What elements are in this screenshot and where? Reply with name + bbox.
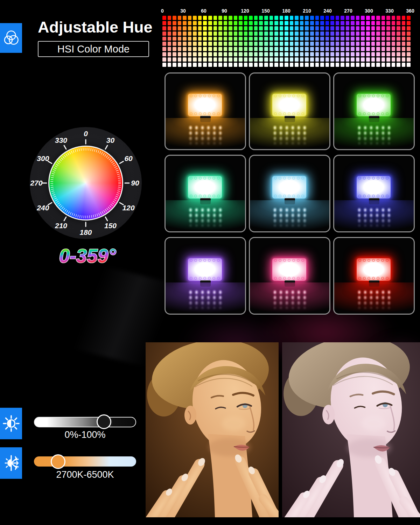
hue-swatch xyxy=(320,63,324,67)
hue-swatch xyxy=(244,47,248,51)
light-refl-red xyxy=(356,289,392,311)
hue-swatch xyxy=(162,26,166,30)
brightness-slider-track[interactable] xyxy=(34,417,136,427)
hue-swatch xyxy=(234,47,238,51)
hue-swatch xyxy=(178,21,182,25)
hue-swatch xyxy=(295,63,299,67)
hue-strip-label: 90 xyxy=(222,8,227,14)
hue-swatch xyxy=(234,31,238,36)
hue-swatch xyxy=(274,57,278,62)
hue-swatch xyxy=(402,63,406,67)
hue-swatch xyxy=(382,47,385,51)
hue-swatch xyxy=(239,16,243,20)
hue-swatch xyxy=(218,37,222,41)
light-panel-green xyxy=(357,94,391,116)
hue-swatch xyxy=(351,57,355,62)
hue-swatch xyxy=(300,57,304,62)
hue-swatch xyxy=(218,16,222,20)
hue-swatch xyxy=(361,47,365,51)
hue-swatch xyxy=(198,52,202,56)
hue-swatch xyxy=(193,16,197,20)
hue-swatch xyxy=(249,42,253,46)
hue-swatch xyxy=(229,57,232,62)
wheel-degree-label: 0 xyxy=(84,130,88,138)
hue-swatch xyxy=(320,16,324,20)
hue-swatch xyxy=(330,37,334,41)
hue-swatch xyxy=(162,31,166,36)
hue-swatch xyxy=(280,37,284,41)
hue-swatch xyxy=(392,37,396,41)
hue-swatch xyxy=(254,42,258,46)
svg-text:0-359°: 0-359° xyxy=(59,245,117,267)
hue-swatch xyxy=(193,63,197,67)
temperature-slider-knob[interactable] xyxy=(51,454,65,469)
hue-swatch xyxy=(397,21,400,25)
hue-swatch xyxy=(178,47,182,51)
hue-swatch xyxy=(326,63,329,67)
hue-swatch xyxy=(320,31,324,36)
sun-contrast-icon xyxy=(2,414,20,433)
color-mode-icon-tile xyxy=(0,23,22,53)
hue-swatch xyxy=(356,52,360,56)
hue-swatch xyxy=(326,21,329,25)
hue-swatch xyxy=(188,63,192,67)
hue-swatch xyxy=(351,16,355,20)
hue-swatch xyxy=(376,26,380,30)
hue-swatch xyxy=(315,52,319,56)
hue-swatch xyxy=(407,63,411,67)
hue-swatch xyxy=(183,37,187,41)
hue-swatch xyxy=(274,31,278,36)
hue-swatch xyxy=(188,47,192,51)
hue-swatch xyxy=(305,21,309,25)
hue-swatch xyxy=(361,26,365,30)
light-refl-magenta xyxy=(272,289,308,311)
hue-swatch xyxy=(249,52,253,56)
hue-swatch xyxy=(392,26,396,30)
hue-swatch xyxy=(397,26,400,30)
hue-strip-label: 0 xyxy=(161,8,164,14)
hue-swatch xyxy=(259,47,263,51)
hue-swatch xyxy=(162,42,166,46)
hue-swatch xyxy=(183,57,187,62)
hue-swatch xyxy=(402,42,406,46)
hue-strip-label: 300 xyxy=(365,8,373,14)
light-sample-spring-green xyxy=(164,155,246,232)
hue-swatch xyxy=(203,47,207,51)
hue-swatch xyxy=(203,26,207,30)
hue-swatch xyxy=(351,26,355,30)
hue-swatch xyxy=(346,21,350,25)
brightness-slider-knob[interactable] xyxy=(97,414,111,429)
hue-swatch xyxy=(234,16,238,20)
temperature-slider-track[interactable] xyxy=(34,456,136,467)
hue-swatch xyxy=(386,31,390,36)
hue-swatch xyxy=(336,52,340,56)
hue-swatch xyxy=(315,21,319,25)
hue-swatch xyxy=(229,16,232,20)
hue-swatch xyxy=(274,26,278,30)
hue-swatch xyxy=(254,37,258,41)
hue-swatch xyxy=(224,47,227,51)
light-refl-sky-blue xyxy=(272,207,308,229)
temperature-icon-tile xyxy=(0,447,22,479)
hue-swatch xyxy=(392,63,396,67)
hue-swatch xyxy=(351,47,355,51)
hue-swatch xyxy=(173,57,176,62)
hue-swatch xyxy=(254,63,258,67)
hue-swatch xyxy=(229,21,232,25)
hue-swatch xyxy=(188,16,192,20)
hue-swatch xyxy=(402,26,406,30)
hue-swatch xyxy=(366,37,370,41)
wheel-degree-label: 180 xyxy=(79,228,92,237)
hue-swatch xyxy=(330,52,334,56)
hue-swatch xyxy=(254,57,258,62)
hue-swatch xyxy=(326,47,329,51)
hue-swatch xyxy=(382,52,385,56)
hue-swatch xyxy=(168,57,172,62)
hue-swatch xyxy=(234,26,238,30)
hue-swatch xyxy=(290,26,294,30)
hue-swatch xyxy=(392,47,396,51)
hue-swatch xyxy=(290,31,294,36)
hue-swatch xyxy=(224,31,227,36)
hue-swatch xyxy=(280,52,284,56)
hue-swatch xyxy=(239,37,243,41)
